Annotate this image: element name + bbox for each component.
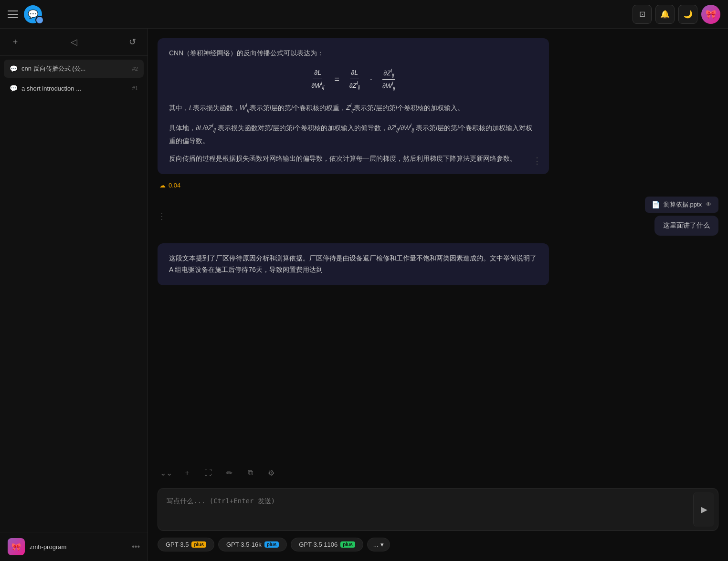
chat-input[interactable] [158,488,693,530]
main-layout: + ◁ ↺ 💬 cnn 反向传播公式 (公... #2 💬 a short in… [0,29,728,561]
collapse-btn[interactable]: ⌄⌄ [158,464,175,481]
send-icon: ▶ [701,504,707,515]
sidebar-footer: 🎀 zmh-program ••• [0,532,148,561]
send-button[interactable]: ▶ [693,492,714,527]
messages-container: CNN（卷积神经网络）的反向传播公式可以表达为： ∂L ∂Wlij = ∂L ∂… [148,29,728,462]
ai-response-text: 这段文本提到了厂区停待原因分析和测算依据。厂区停待是由设备返厂检修和工作量不饱和… [169,254,537,273]
edit-icon: ✏ [226,468,232,478]
bell-icon-btn[interactable]: 🔔 [655,5,675,24]
model-gpt35-btn[interactable]: GPT-3.5 plus [158,538,214,551]
sidebar-actions: + ◁ ↺ [0,29,148,56]
ai-text-intro: CNN（卷积神经网络）的反向传播公式可以表达为： [169,48,538,59]
chat-title-2: a short introduction ... [21,85,128,92]
plus-icon: ＋ [183,468,191,478]
sidebar-user-name: zmh-program [30,543,127,551]
file-icon: 📄 [652,201,660,208]
copy-icon: ⧉ [248,468,253,477]
settings-icon: ⚙ [268,468,274,478]
chat-title-1: cnn 反向传播公式 (公... [21,64,128,73]
header-left: 💬 [8,5,42,23]
collapse-icon: ⌄⌄ [160,468,172,478]
model-gpt35-16k-tag: plus [264,541,279,548]
ai-text-body: 其中，L表示损失函数，Wlij表示第l层的第i个卷积核的权重，Zlij表示第l层… [169,100,538,114]
model-gpt35-label: GPT-3.5 [166,541,189,548]
user-question: 这里面讲了什么 [654,216,718,236]
model-gpt35-16k-btn[interactable]: GPT-3.5-16k plus [218,538,287,551]
bottom-area: ⌄⌄ ＋ ⛶ ✏ ⧉ ⚙ [148,462,728,561]
model-more-label: ... [373,541,379,548]
chevron-down-icon: ▾ [380,541,384,548]
sidebar-user-avatar: 🎀 [8,538,25,555]
sidebar-more-button[interactable]: ••• [132,542,140,551]
toolbar-row: ⌄⌄ ＋ ⛶ ✏ ⧉ ⚙ [158,462,718,483]
ai-response-block: 这段文本提到了厂区停待原因分析和测算依据。厂区停待是由设备返厂检修和工作量不饱和… [158,243,549,285]
logo: 💬 [24,5,42,23]
new-chat-button[interactable]: + [8,34,23,50]
logo-bubble: 💬 [24,5,42,23]
model-gpt35-1106-btn[interactable]: GPT-3.5 1106 plus [291,538,363,551]
chat-item-2[interactable]: 💬 a short introduction ... #1 [4,80,144,97]
model-row: GPT-3.5 plus GPT-3.5-16k plus GPT-3.5 11… [158,536,718,553]
chat-icon-btn[interactable]: ⊡ [633,5,652,24]
user-message-wrapper: ⋮ 📄 测算依据.pptx 👁 这里面讲了什么 [158,197,718,236]
attachment-name: 测算依据.pptx [664,200,702,209]
dark-mode-btn[interactable]: 🌙 [678,5,697,24]
hamburger-menu-icon[interactable] [8,10,18,18]
header-right: ⊡ 🔔 🌙 🎀 [633,5,720,24]
chat-list: 💬 cnn 反向传播公式 (公... #2 💬 a short introduc… [0,56,148,532]
chat-badge-2: #1 [132,85,138,91]
math-formula: ∂L ∂Wlij = ∂L ∂Zlij · ∂Zlij ∂Wlij [169,67,538,93]
expand-icon: ⛶ [204,468,212,477]
user-message-more-btn[interactable]: ⋮ [158,211,166,221]
user-avatar-btn[interactable]: 🎀 [701,5,720,24]
chat-area: CNN（卷积神经网络）的反向传播公式可以表达为： ∂L ∂Wlij = ∂L ∂… [148,29,728,561]
cost-value: 0.04 [169,182,180,189]
add-btn[interactable]: ＋ [179,464,196,481]
cost-icon: ☁ [159,182,166,189]
user-question-text: 这里面讲了什么 [663,221,710,229]
cost-badge: ☁ 0.04 [159,182,718,189]
chat-item-1[interactable]: 💬 cnn 反向传播公式 (公... #2 [4,60,144,78]
edit-btn[interactable]: ✏ [221,464,238,481]
eye-icon[interactable]: 👁 [706,201,712,208]
ai-text-conclusion: 反向传播的过程是根据损失函数对网络输出的偏导数，依次计算每一层的梯度，然后利用梯… [169,153,538,165]
erase-button[interactable]: ◁ [66,34,82,50]
refresh-button[interactable]: ↺ [125,34,140,50]
message-more-btn[interactable]: ⋮ [533,154,541,168]
chat-badge-1: #2 [132,66,138,72]
file-attachment: 📄 测算依据.pptx 👁 [645,197,718,213]
model-more-btn[interactable]: ... ▾ [367,538,390,551]
model-gpt35-1106-label: GPT-3.5 1106 [299,541,338,548]
model-gpt35-1106-tag: plus [340,541,355,548]
input-row: ▶ [158,488,718,531]
user-bubble-content: 📄 测算依据.pptx 👁 这里面讲了什么 [645,197,718,236]
ai-message-1: CNN（卷积神经网络）的反向传播公式可以表达为： ∂L ∂Wlij = ∂L ∂… [158,38,549,174]
model-gpt35-tag: plus [191,541,206,548]
sidebar: + ◁ ↺ 💬 cnn 反向传播公式 (公... #2 💬 a short in… [0,29,148,561]
top-header: 💬 ⊡ 🔔 🌙 🎀 [0,0,728,29]
chat-bubble-icon-2: 💬 [10,84,18,92]
expand-btn[interactable]: ⛶ [200,464,217,481]
chat-bubble-icon-1: 💬 [10,65,18,73]
model-gpt35-16k-label: GPT-3.5-16k [226,541,262,548]
ai-text-detail: 具体地，∂L/∂Zlij 表示损失函数对第l层的第i个卷积核的加权输入的偏导数，… [169,120,538,147]
copy-btn[interactable]: ⧉ [242,464,259,481]
settings-btn[interactable]: ⚙ [263,464,280,481]
